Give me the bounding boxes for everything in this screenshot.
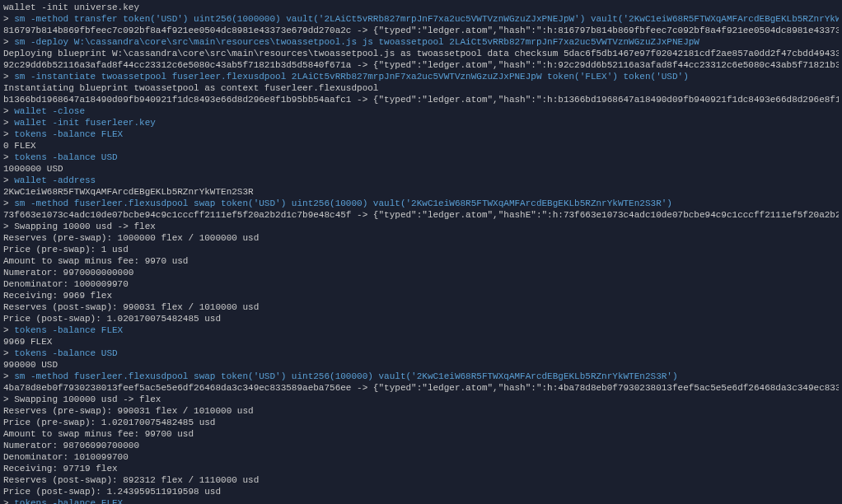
output-text: Reserves (post-swap): 990031 flex / 1010… [3, 302, 259, 312]
terminal-line: b1366bd1968647a18490d09fb940921f1dc8493e… [3, 94, 839, 105]
terminal-line: Price (post-swap): 1.020170075482485 usd [3, 313, 839, 324]
terminal-line: Reserves (pre-swap): 990031 flex / 10100… [3, 405, 839, 417]
terminal-line: 990000 USD [3, 359, 839, 371]
terminal-line: Denominator: 1010099700 [3, 451, 839, 463]
terminal-line: > Swapping 10000 usd -> flex [3, 221, 839, 232]
command-text: sm -method fuserleer.flexusdpool swap to… [14, 198, 672, 208]
terminal-line: Deploying blueprint W:\cassandra\core\sr… [3, 48, 839, 59]
command-text: tokens -balance FLEX [14, 498, 123, 504]
prompt: > [3, 37, 14, 47]
output-text: Denominator: 1000009970 [3, 279, 129, 289]
terminal-line: Reserves (post-swap): 990031 flex / 1010… [3, 301, 839, 313]
output-text: Swapping 10000 usd -> flex [14, 222, 156, 231]
output-text: wallet -init universe.key [3, 2, 139, 12]
terminal-line: > sm -method transfer token('USD') uint2… [3, 13, 839, 25]
prompt: > [3, 394, 14, 404]
terminal-line: > wallet -init fuserleer.key [3, 117, 839, 128]
prompt: > [3, 152, 14, 162]
command-text: sm -method fuserleer.flexusdpool swap to… [14, 371, 677, 381]
output-text: Deploying blueprint W:\cassandra\core\sr… [3, 49, 839, 58]
prompt: > [3, 14, 14, 24]
terminal-line: > tokens -balance FLEX [3, 128, 839, 140]
output-text: Price (pre-swap): 1 usd [3, 245, 129, 254]
output-text: 990000 USD [3, 360, 58, 370]
output-text: Receiving: 9969 flex [3, 291, 112, 301]
prompt: > [3, 106, 14, 116]
output-text: 4ba78d8eb0f7930238013feef5ac5e5e6df26468… [3, 383, 839, 393]
prompt: > [3, 498, 14, 504]
terminal-line: > sm -deploy W:\cassandra\core\src\main\… [3, 36, 839, 48]
output-text: b1366bd1968647a18490d09fb940921f1dc8493e… [3, 95, 839, 105]
output-text: Price (pre-swap): 1.020170075482485 usd [3, 418, 215, 427]
output-text: Denominator: 1010099700 [3, 452, 129, 462]
terminal-line: 0 FLEX [3, 140, 839, 152]
terminal-line: Receiving: 97719 flex [3, 463, 839, 474]
terminal-line: > sm -method fuserleer.flexusdpool swap … [3, 198, 839, 209]
terminal-line: Amount to swap minus fee: 9970 usd [3, 255, 839, 267]
terminal-line: > Swapping 100000 usd -> flex [3, 394, 839, 405]
terminal-line: > tokens -balance FLEX [3, 324, 839, 336]
command-text: wallet -close [14, 106, 85, 116]
output-text: Instantiating blueprint twoassetpool as … [3, 83, 378, 93]
terminal-line: Reserves (pre-swap): 1000000 flex / 1000… [3, 232, 839, 244]
prompt: > [3, 348, 14, 358]
output-text: Numerator: 9970000000000 [3, 268, 133, 278]
terminal-line: 1000000 USD [3, 163, 839, 175]
terminal-line: Receiving: 9969 flex [3, 290, 839, 301]
prompt: > [3, 175, 14, 185]
output-text: Price (post-swap): 1.243959511919598 usd [3, 487, 221, 497]
terminal-line: Instantiating blueprint twoassetpool as … [3, 82, 839, 94]
terminal-line: Price (pre-swap): 1.020170075482485 usd [3, 417, 839, 428]
output-text: 9969 FLEX [3, 337, 52, 347]
output-text: 0 FLEX [3, 141, 36, 151]
terminal-line: > tokens -balance USD [3, 152, 839, 163]
output-text: Price (post-swap): 1.020170075482485 usd [3, 314, 221, 324]
terminal-line: Price (pre-swap): 1 usd [3, 244, 839, 255]
command-text: sm -deploy W:\cassandra\core\src\main\re… [14, 37, 699, 47]
terminal-line: 4ba78d8eb0f7930238013feef5ac5e5e6df26468… [3, 382, 839, 394]
command-text: tokens -balance USD [14, 152, 117, 162]
terminal-line: > tokens -balance FLEX [3, 497, 839, 504]
output-text: 816797b814b869fbfeec7c092bf8a4f921ee0504… [3, 26, 839, 35]
prompt: > [3, 129, 14, 139]
output-text: Receiving: 97719 flex [3, 464, 118, 474]
command-text: wallet -init fuserleer.key [14, 118, 156, 128]
output-text: Amount to swap minus fee: 9970 usd [3, 256, 188, 266]
terminal-line: 9969 FLEX [3, 336, 839, 348]
command-text: tokens -balance USD [14, 348, 117, 358]
command-text: tokens -balance FLEX [14, 325, 123, 335]
output-text: Reserves (pre-swap): 1000000 flex / 1000… [3, 233, 259, 243]
output-text: 2KwC1eiW68R5FTWXqAMFArcdEBgEKLb5RZnrYkWT… [3, 187, 254, 197]
output-text: 92c29dd6b52116a3afad8f44cc23312c6e5080c4… [3, 60, 839, 70]
terminal-line: > sm -instantiate twoassetpool fuserleer… [3, 71, 839, 82]
terminal-line: 816797b814b869fbfeec7c092bf8a4f921ee0504… [3, 25, 839, 36]
output-text: Numerator: 98706090700000 [3, 441, 139, 450]
command-text: wallet -address [14, 175, 96, 185]
terminal-line: > sm -method fuserleer.flexusdpool swap … [3, 371, 839, 382]
prompt: > [3, 198, 14, 208]
output-text: Amount to swap minus fee: 99700 usd [3, 429, 194, 439]
prompt: > [3, 72, 14, 82]
terminal-line: Numerator: 9970000000000 [3, 267, 839, 278]
terminal-line: > wallet -close [3, 105, 839, 117]
output-text: Reserves (pre-swap): 990031 flex / 10100… [3, 406, 254, 416]
terminal-line: Numerator: 98706090700000 [3, 440, 839, 451]
terminal-line: Reserves (post-swap): 892312 flex / 1110… [3, 474, 839, 486]
prompt: > [3, 325, 14, 335]
terminal-line: 73f663e1073c4adc10de07bcbe94c9c1cccff211… [3, 209, 839, 221]
terminal-line: > wallet -address [3, 175, 839, 186]
command-text: tokens -balance FLEX [14, 129, 123, 139]
output-text: Reserves (post-swap): 892312 flex / 1110… [3, 475, 259, 485]
prompt: > [3, 371, 14, 381]
prompt: > [3, 222, 14, 231]
terminal-line: 2KwC1eiW68R5FTWXqAMFArcdEBgEKLb5RZnrYkWT… [3, 186, 839, 198]
terminal-line: wallet -init universe.key [3, 2, 839, 13]
command-text: sm -instantiate twoassetpool fuserleer.f… [14, 72, 689, 82]
prompt: > [3, 118, 14, 128]
output-text: Swapping 100000 usd -> flex [14, 394, 161, 404]
command-text: sm -method transfer token('USD') uint256… [14, 14, 839, 24]
terminal-output[interactable]: wallet -init universe.key> sm -method tr… [0, 0, 842, 504]
terminal-line: Amount to swap minus fee: 99700 usd [3, 428, 839, 440]
terminal-line: Price (post-swap): 1.243959511919598 usd [3, 486, 839, 497]
output-text: 1000000 USD [3, 164, 63, 174]
